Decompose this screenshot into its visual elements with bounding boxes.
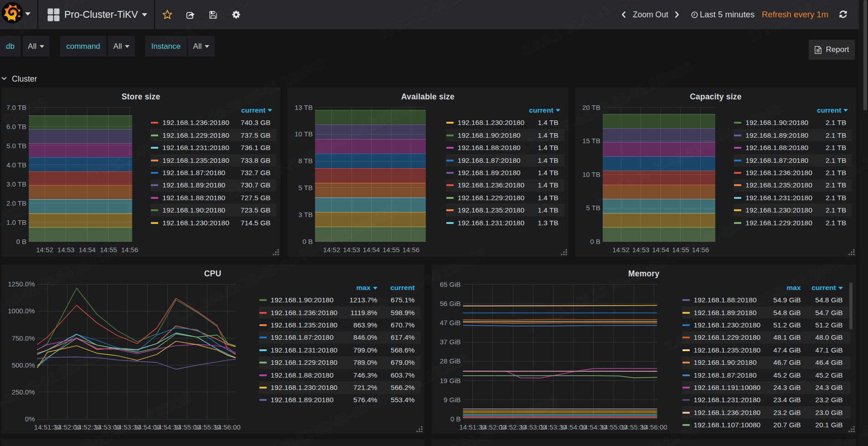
svg-text:5 TB: 5 TB xyxy=(298,183,312,191)
svg-text:5 TB: 5 TB xyxy=(586,204,600,212)
svg-text:19 GiB: 19 GiB xyxy=(439,376,460,384)
svg-text:14:55: 14:55 xyxy=(100,245,117,253)
svg-text:14:53: 14:53 xyxy=(632,245,650,253)
svg-text:14:54: 14:54 xyxy=(78,245,96,253)
svg-text:6.0 TB: 6.0 TB xyxy=(6,122,26,130)
svg-text:14:53: 14:53 xyxy=(343,245,360,253)
svg-text:14:56: 14:56 xyxy=(121,245,139,253)
svg-text:8 TB: 8 TB xyxy=(298,157,312,165)
svg-text:47 GiB: 47 GiB xyxy=(439,318,460,326)
svg-text:0 B: 0 B xyxy=(302,237,313,245)
svg-text:9 GiB: 9 GiB xyxy=(443,395,460,403)
svg-text:1000.0%: 1000.0% xyxy=(8,307,35,315)
svg-text:20 TB: 20 TB xyxy=(582,103,600,111)
svg-text:3 TB: 3 TB xyxy=(298,210,312,218)
svg-text:56 GiB: 56 GiB xyxy=(439,299,460,307)
svg-text:0%: 0% xyxy=(25,415,35,423)
svg-text:65 GiB: 65 GiB xyxy=(439,280,460,288)
svg-text:28 GiB: 28 GiB xyxy=(439,357,460,365)
svg-text:1250.0%: 1250.0% xyxy=(8,280,35,288)
svg-text:14:56:00: 14:56:00 xyxy=(214,423,240,431)
svg-text:500.0%: 500.0% xyxy=(12,361,35,368)
svg-text:14:54: 14:54 xyxy=(362,245,380,253)
svg-text:14:52: 14:52 xyxy=(323,245,340,253)
svg-text:250.0%: 250.0% xyxy=(12,388,35,395)
svg-text:13 TB: 13 TB xyxy=(294,103,313,111)
svg-text:4.0 TB: 4.0 TB xyxy=(6,161,26,168)
svg-text:14:55: 14:55 xyxy=(672,245,689,253)
svg-text:14:56:00: 14:56:00 xyxy=(641,423,667,430)
svg-text:10 TB: 10 TB xyxy=(294,130,313,138)
svg-text:5.0 TB: 5.0 TB xyxy=(6,141,26,149)
svg-text:14:56: 14:56 xyxy=(692,245,709,253)
svg-text:7.0 TB: 7.0 TB xyxy=(6,103,26,111)
svg-text:0 B: 0 B xyxy=(590,237,600,245)
svg-text:14:52: 14:52 xyxy=(612,245,630,253)
svg-text:10 TB: 10 TB xyxy=(582,170,600,178)
svg-text:0 B: 0 B xyxy=(16,237,26,245)
svg-text:750.0%: 750.0% xyxy=(12,334,35,342)
svg-text:1.0 TB: 1.0 TB xyxy=(6,218,26,226)
svg-text:15 TB: 15 TB xyxy=(582,137,600,145)
svg-text:14:56: 14:56 xyxy=(402,245,419,253)
svg-text:14:53: 14:53 xyxy=(57,245,75,253)
svg-text:0 B: 0 B xyxy=(450,415,460,422)
svg-text:2.0 TB: 2.0 TB xyxy=(6,199,26,207)
svg-text:14:52: 14:52 xyxy=(36,245,53,253)
svg-text:3.0 TB: 3.0 TB xyxy=(6,180,26,187)
svg-text:37 GiB: 37 GiB xyxy=(439,338,460,346)
svg-text:14:54: 14:54 xyxy=(652,245,670,253)
svg-text:14:55: 14:55 xyxy=(382,245,400,253)
